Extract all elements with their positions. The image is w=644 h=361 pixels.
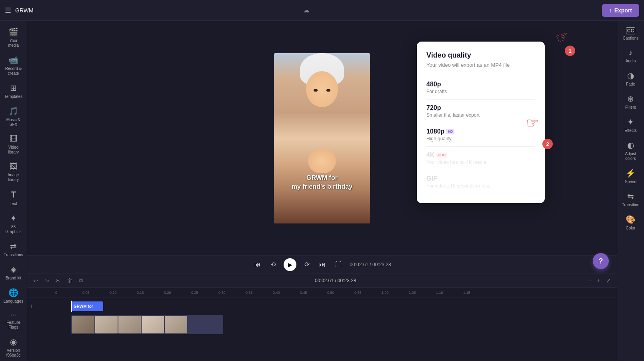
ruler-mark-115: 1:15 [463,291,490,295]
topbar: ☰ GRWM ☁ ↑ Export [0,0,644,21]
ruler-mark-110: 1:10 [436,291,463,295]
effects-icon: ✦ [627,117,634,127]
time-display: 00:02.61 / 00:23.28 [350,262,391,267]
menu-icon[interactable]: ☰ [5,6,11,15]
skip-forward-button[interactable]: ⏭ [318,259,327,270]
timeline-tracks: T GRWM for [27,297,617,361]
project-title: GRWM [15,7,299,14]
sidebar-item-adjust-colors[interactable]: ◐ Adjust colors [618,137,643,164]
rewind-5s-button[interactable]: ⟲ [269,259,277,270]
text-clip[interactable]: GRWM for [71,301,103,311]
speed-icon: ⚡ [626,168,636,178]
text-track-label: T [30,304,54,309]
ruler-mark-040: 0:40 [273,291,300,295]
sidebar-item-text[interactable]: T Text [1,186,26,209]
ruler-mark-100: 1:00 [382,291,409,295]
sidebar-item-captions[interactable]: CC Captions [618,24,643,44]
sidebar-item-filters[interactable]: ⊛ Filters [618,91,643,113]
clip-thumb-4 [142,316,164,333]
music-sfx-icon: 🎵 [8,106,18,116]
sidebar-item-image-library[interactable]: 🖼 Image library [1,159,26,185]
zoom-out-button[interactable]: − [587,276,593,285]
fade-icon: ◑ [627,71,634,80]
redo-button[interactable]: ↪ [43,276,50,285]
sidebar-label-feature-flags: Feature Flags [4,320,24,330]
video-clip[interactable] [71,315,223,334]
quality-name-4k: 4K UHD [426,152,535,159]
video-overlay-text: GRWM for my friend's birthday [274,174,370,191]
sidebar-item-graphics[interactable]: ✦ 88 Graphics [1,210,26,237]
fit-button[interactable]: ⤢ [605,276,612,285]
your-media-icon: 🎬 [8,27,18,37]
text-icon: T [11,189,16,200]
video-track-content [56,315,617,334]
sidebar-item-languages[interactable]: 🌐 Languages [1,285,26,307]
version-icon: ◉ [10,337,17,347]
sidebar-label-version: Version f06ba3c [4,348,24,358]
ruler-mark-050: 0:50 [327,291,354,295]
sidebar-item-effects[interactable]: ✦ Effects [618,114,643,136]
undo-button[interactable]: ↩ [32,276,39,285]
timeline-ruler: 0 0:05 0:10 0:15 0:20 0:25 0:30 0:35 0:4… [27,288,617,297]
sidebar-item-your-media[interactable]: 🎬 Your media [1,24,26,51]
video-library-icon: 🎞 [10,134,18,144]
sidebar-item-speed[interactable]: ⚡ Speed [618,165,643,187]
sidebar-item-feature-flags[interactable]: ⋯ Feature Flags [1,308,26,333]
cloud-icon: ☁ [303,6,310,14]
delete-button[interactable]: 🗑 [66,276,74,285]
templates-icon: ⊞ [10,83,17,93]
sidebar-item-fade[interactable]: ◑ Fade [618,68,643,90]
quality-desc-1080p: High quality [426,136,535,142]
sidebar-item-color[interactable]: 🎨 Color [618,211,643,234]
sidebar-label-speed: Speed [625,180,636,184]
clip-thumb-2 [95,316,118,333]
sidebar-label-record-create: Record & create [4,66,24,76]
skip-back-button[interactable]: ⏮ [253,259,262,270]
forward-5s-button[interactable]: ⟳ [303,259,311,270]
sidebar-item-video-library[interactable]: 🎞 Video library [1,131,26,158]
upload-icon: ↑ [609,7,612,14]
sidebar-label-your-media: Your media [4,38,24,48]
duplicate-button[interactable]: ⧉ [78,276,84,285]
sidebar-item-record-create[interactable]: 📹 Record & create [1,52,26,79]
help-button[interactable]: ? [593,253,609,269]
graphics-icon: ✦ [10,213,17,223]
text-track: T GRWM for [27,299,617,313]
playhead [71,301,72,312]
ruler-mark-045: 0:45 [300,291,327,295]
clip-thumb-5 [165,316,187,333]
record-create-icon: 📹 [8,55,18,65]
ruler-marks: 0 0:05 0:10 0:15 0:20 0:25 0:30 0:35 0:4… [55,291,490,295]
zoom-in-button[interactable]: + [596,276,602,285]
ruler-mark-025: 0:25 [191,291,218,295]
video-track [27,313,617,336]
sidebar-item-version[interactable]: ◉ Version f06ba3c [1,334,26,361]
quality-option-480p[interactable]: 480p For drafts [426,76,535,100]
quality-option-720p[interactable]: 720p Smaller file, faster export [426,100,535,123]
sidebar-label-brand-kit: Brand kit [6,276,21,281]
export-button[interactable]: ↑ Export [602,4,639,17]
play-button[interactable]: ▶ [284,258,296,271]
quality-desc-gif: For videos 15 seconds or less [426,183,535,189]
ruler-mark-020: 0:20 [164,291,191,295]
filters-icon: ⊛ [627,94,634,104]
quality-desc-720p: Smaller file, faster export [426,112,535,118]
quality-name-480p: 480p [426,81,535,88]
cut-button[interactable]: ✂ [54,276,62,285]
sidebar-item-brand-kit[interactable]: ◈ Brand kit [1,261,26,284]
fullscreen-button[interactable]: ⛶ [334,259,343,270]
popup-subtitle: Your video will export as an MP4 file [426,62,535,68]
cursor-hand-1-annotation: ☞ [554,27,571,47]
sidebar-label-transitions: Transitions [4,253,23,257]
quality-option-1080p[interactable]: 1080p HD High quality [426,123,535,147]
timeline-toolbar: ↩ ↪ ✂ 🗑 ⧉ 00:02.61 / 00:23.28 − + ⤢ [27,273,617,288]
sidebar-item-transitions[interactable]: ⇄ Transitions [1,238,26,261]
sidebar-item-templates[interactable]: ⊞ Templates [1,80,26,102]
sidebar-item-music-sfx[interactable]: 🎵 Music & SFX [1,103,26,130]
sidebar-label-audio: Audio [626,59,636,64]
sidebar-item-audio-right[interactable]: ♪ Audio [618,45,643,67]
ruler-mark-055: 0:55 [354,291,382,295]
sidebar-item-transition-right[interactable]: ⇆ Transition [618,188,643,211]
center-area: GRWM for my friend's birthday Video qual… [27,21,617,361]
quality-name-gif: GIF [426,175,535,182]
